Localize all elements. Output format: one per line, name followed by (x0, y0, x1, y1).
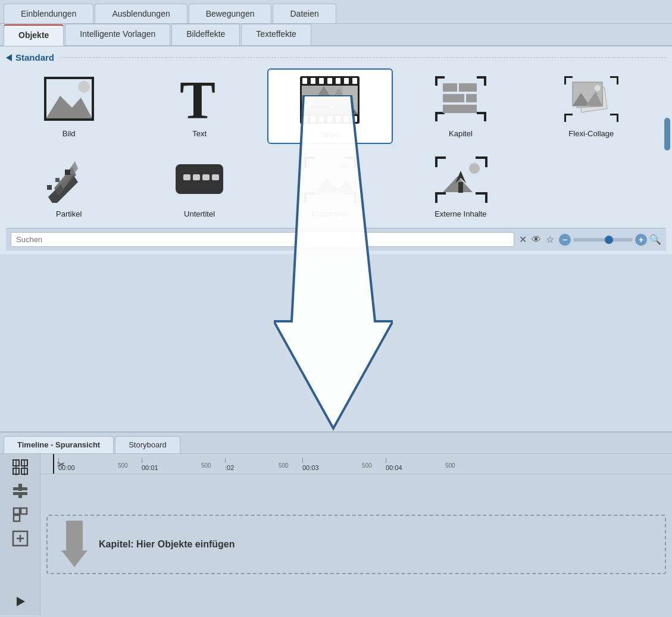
tab-intelligente-vorlagen[interactable]: Intelligente Vorlagen (65, 24, 170, 45)
zoom-plus-button[interactable]: + (635, 234, 647, 246)
svg-rect-65 (304, 156, 307, 167)
tab-dateien[interactable]: Dateien (273, 4, 336, 23)
svg-rect-25 (343, 86, 358, 114)
ruler-mark-0: 00:00 (58, 458, 118, 471)
kapitel-icon (431, 72, 490, 126)
svg-rect-9 (327, 78, 332, 84)
svg-rect-7 (311, 78, 315, 84)
ruler-mark-1: 00:01 (142, 458, 201, 471)
svg-rect-29 (484, 76, 486, 86)
timeline-main: ✂ 00:00 500 00:01 500 :02 (40, 454, 672, 615)
ruler-mark-4: 00:04 (386, 458, 445, 471)
untertitel-label: Untertitel (184, 209, 215, 218)
zoom-fit-icon[interactable]: 🔍 (649, 234, 661, 245)
play-button[interactable] (10, 591, 31, 612)
svg-rect-11 (344, 78, 349, 84)
zoom-track[interactable] (573, 238, 633, 242)
tab-einblendungen[interactable]: Einblendungen (4, 4, 93, 23)
svg-rect-61 (193, 174, 200, 180)
scissors-icon[interactable]: ✂ (57, 459, 65, 470)
object-item-flexi-collage[interactable]: Flexi-Collage (529, 68, 654, 144)
platzhalter-icon (300, 152, 360, 206)
grid-tool-button[interactable] (10, 456, 31, 478)
svg-rect-79 (485, 156, 487, 167)
drop-arrow-body (66, 521, 83, 550)
group-tool-button[interactable] (10, 504, 31, 525)
svg-rect-81 (435, 192, 437, 203)
svg-rect-33 (484, 112, 486, 121)
externe-icon (431, 152, 490, 206)
zoom-slider: − + 🔍 (559, 234, 661, 246)
tab-bildeffekte[interactable]: Bildeffekte (171, 24, 240, 45)
svg-rect-34 (443, 83, 457, 92)
tab-bewegungen[interactable]: Bewegungen (189, 4, 272, 23)
object-item-platzhalter[interactable]: Platzhalter (267, 149, 393, 222)
svg-marker-1 (45, 96, 93, 120)
svg-rect-99 (21, 508, 27, 514)
svg-rect-46 (617, 114, 618, 122)
section-label: Standard (15, 52, 54, 62)
flexi-label: Flexi-Collage (568, 129, 614, 138)
ruler-mark-3: 00:03 (302, 458, 362, 471)
svg-marker-72 (315, 178, 355, 194)
chapter-drop-zone[interactable]: Kapitel: Hier Objekte einfügen (46, 515, 666, 574)
main-panel: Standard Bild T Text (0, 46, 672, 254)
search-input[interactable] (11, 232, 514, 247)
svg-rect-60 (183, 174, 190, 180)
object-item-externe-inhalte[interactable]: Externe Inhalte (398, 149, 523, 222)
svg-rect-58 (65, 170, 70, 175)
add-track-button[interactable] (10, 480, 31, 502)
video-icon (300, 73, 360, 127)
tab-objekte[interactable]: Objekte (4, 24, 64, 46)
text-icon: T (170, 72, 229, 126)
svg-rect-15 (319, 116, 324, 122)
svg-rect-12 (352, 78, 357, 84)
svg-rect-17 (336, 116, 340, 122)
chapter-tool-button[interactable] (10, 528, 31, 549)
collapse-icon[interactable] (6, 54, 12, 61)
object-item-partikel[interactable]: Partikel (6, 149, 132, 222)
search-bar: ✕ 👁 ☆ − + 🔍 (6, 228, 666, 250)
svg-rect-57 (55, 178, 60, 182)
tab-bar-row2: Objekte Intelligente Vorlagen Bildeffekt… (0, 24, 672, 46)
tab-spuransicht[interactable]: Timeline - Spuransicht (4, 436, 114, 453)
svg-rect-87 (458, 182, 463, 193)
drop-arrow-icon (60, 521, 89, 568)
tab-texteffekte[interactable]: Texteffekte (241, 24, 311, 45)
tab-storyboard[interactable]: Storyboard (115, 436, 180, 453)
timeline-ruler: ✂ 00:00 500 00:01 500 :02 (40, 454, 672, 474)
svg-rect-19 (352, 116, 357, 122)
svg-point-2 (78, 81, 90, 93)
svg-rect-13 (302, 116, 307, 122)
video-label: Video (320, 130, 340, 139)
svg-rect-66 (345, 156, 355, 159)
svg-rect-27 (435, 76, 437, 86)
svg-rect-31 (435, 112, 437, 121)
svg-rect-78 (476, 156, 486, 159)
svg-rect-100 (14, 515, 20, 521)
star-icon[interactable]: ☆ (546, 234, 554, 245)
svg-rect-96 (18, 484, 22, 491)
object-item-untertitel[interactable]: Untertitel (136, 149, 262, 222)
eye-icon[interactable]: 👁 (532, 234, 541, 245)
playhead (50, 454, 57, 474)
object-item-kapitel[interactable]: Kapitel (398, 68, 523, 144)
object-item-video[interactable]: Video (267, 68, 393, 144)
tab-ausblendungen[interactable]: Ausblendungen (95, 4, 187, 23)
object-item-bild[interactable]: Bild (6, 68, 132, 144)
svg-rect-36 (443, 94, 464, 102)
kapitel-label: Kapitel (449, 129, 473, 138)
text-label: Text (192, 129, 207, 138)
svg-rect-16 (327, 116, 332, 122)
svg-rect-8 (319, 78, 324, 84)
svg-rect-14 (311, 116, 315, 122)
timeline-tabs: Timeline - Spuransicht Storyboard (0, 433, 672, 454)
svg-rect-82 (476, 192, 486, 195)
object-grid: Bild T Text (6, 68, 666, 222)
platzhalter-label: Platzhalter (312, 209, 348, 218)
svg-text:T: T (180, 74, 215, 124)
clear-icon[interactable]: ✕ (519, 234, 527, 245)
zoom-minus-button[interactable]: − (559, 234, 571, 246)
object-item-text[interactable]: T Text (136, 68, 262, 144)
chapter-label: Kapitel: Hier Objekte einfügen (99, 539, 235, 550)
